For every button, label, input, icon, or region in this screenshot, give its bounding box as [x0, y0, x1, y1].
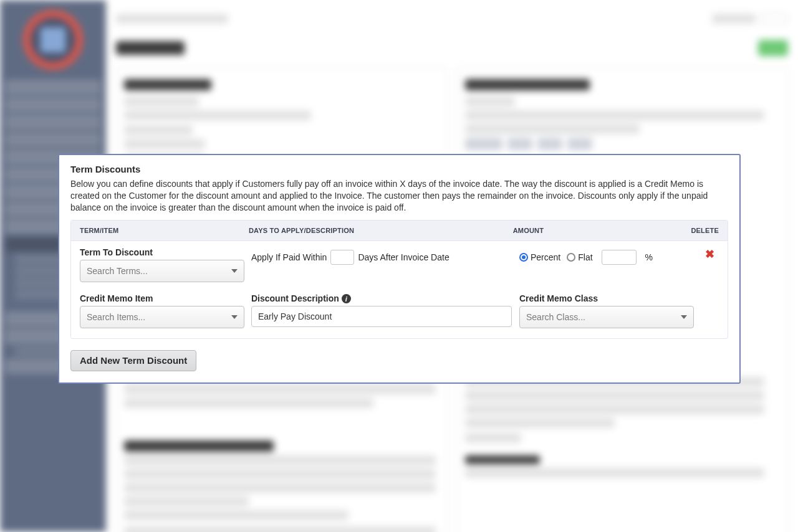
- table-row: Term To Discount Search Terms... Apply I…: [71, 240, 728, 291]
- add-term-discount-button[interactable]: Add New Term Discount: [70, 350, 196, 371]
- col-header-term: TERM/ITEM: [80, 227, 249, 234]
- chevron-down-icon: [231, 269, 238, 273]
- modal-title: Term Discounts: [70, 164, 728, 174]
- term-select-placeholder: Search Terms...: [87, 266, 148, 276]
- apply-suffix: Days After Invoice Date: [358, 252, 449, 262]
- col-header-days: DAYS TO APPLY/DESCRIPTION: [249, 227, 513, 234]
- credit-memo-item-label: Credit Memo Item: [80, 293, 244, 303]
- radio-icon: [519, 253, 528, 262]
- discount-description-input[interactable]: [251, 306, 512, 327]
- apply-prefix: Apply If Paid Within: [251, 252, 327, 262]
- amount-type-percent-radio[interactable]: Percent: [519, 252, 560, 262]
- amount-type-percent-label: Percent: [531, 252, 560, 262]
- term-select[interactable]: Search Terms...: [80, 260, 244, 282]
- credit-memo-class-placeholder: Search Class...: [526, 312, 585, 322]
- col-header-amount: AMOUNT: [513, 227, 691, 234]
- table-row: Credit Memo Item Search Items... Discoun…: [71, 291, 728, 338]
- days-input[interactable]: [330, 250, 354, 265]
- credit-memo-item-placeholder: Search Items...: [87, 312, 145, 322]
- chevron-down-icon: [681, 315, 687, 319]
- credit-memo-class-select[interactable]: Search Class...: [519, 306, 694, 328]
- chevron-down-icon: [231, 315, 238, 319]
- amount-type-flat-radio[interactable]: Flat: [567, 252, 592, 262]
- amount-type-flat-label: Flat: [578, 252, 592, 262]
- modal-description: Below you can define discounts that appl…: [70, 178, 728, 214]
- info-icon[interactable]: i: [342, 294, 351, 303]
- term-discounts-table: TERM/ITEM DAYS TO APPLY/DESCRIPTION AMOU…: [70, 220, 728, 339]
- delete-row-button[interactable]: ✖: [705, 248, 714, 260]
- credit-memo-class-label: Credit Memo Class: [519, 293, 700, 303]
- discount-description-label: Discount Description i: [251, 293, 512, 304]
- credit-memo-item-select[interactable]: Search Items...: [80, 306, 244, 328]
- col-header-delete: DELETE: [691, 227, 719, 234]
- table-header-row: TERM/ITEM DAYS TO APPLY/DESCRIPTION AMOU…: [71, 221, 728, 240]
- amount-input[interactable]: [602, 250, 637, 265]
- term-to-discount-label: Term To Discount: [80, 247, 244, 257]
- term-discounts-modal: Term Discounts Below you can define disc…: [58, 154, 741, 384]
- radio-icon: [567, 253, 575, 262]
- amount-suffix: %: [645, 252, 653, 262]
